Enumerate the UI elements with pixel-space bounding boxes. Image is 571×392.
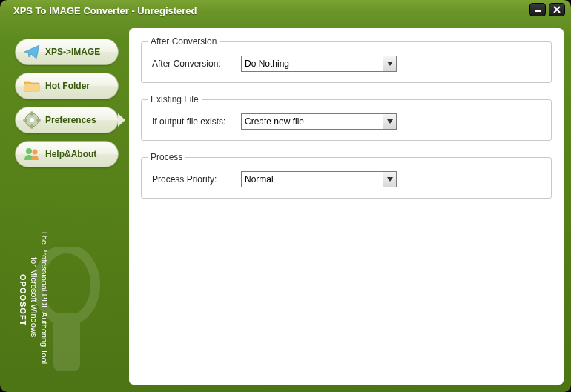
after-conversion-group: After Conversion After Conversion: Do No… [141, 41, 552, 83]
people-icon [23, 145, 41, 163]
close-icon [553, 6, 561, 13]
sidebar-item-label: Preferences [45, 115, 96, 125]
field-label: Process Priority: [152, 174, 234, 185]
body-area: XPS->IMAGE Hot Folder Preferences Help&A… [4, 21, 567, 388]
minimize-button[interactable] [529, 3, 546, 16]
titlebar: XPS To IMAGE Converter - Unregistered [0, 0, 571, 21]
svg-rect-6 [24, 119, 27, 121]
gear-icon [23, 111, 41, 129]
sidebar: XPS->IMAGE Hot Folder Preferences Help&A… [4, 21, 129, 388]
tagline-line1: The Professional PDF Authoring Tool [39, 216, 50, 379]
field-row: Process Priority: Normal [152, 171, 541, 187]
svg-rect-5 [31, 125, 33, 128]
brand-name: OPOOSOFT [18, 222, 28, 379]
app-window: XPS To IMAGE Converter - Unregistered XP… [0, 0, 571, 392]
select-value: Do Nothing [241, 56, 397, 72]
select-value: Create new file [241, 113, 397, 130]
process-priority-select[interactable]: Normal [241, 171, 397, 187]
field-row: After Conversion: Do Nothing [152, 56, 541, 72]
group-legend: Existing File [148, 94, 202, 104]
field-row: If output file exists: Create new file [152, 113, 541, 130]
group-legend: Process [148, 152, 185, 162]
select-value: Normal [241, 171, 397, 187]
sidebar-item-label: Help&About [45, 149, 96, 159]
field-label: If output file exists: [152, 116, 234, 127]
content-panel: After Conversion After Conversion: Do No… [129, 28, 564, 385]
after-conversion-select[interactable]: Do Nothing [241, 56, 397, 72]
svg-point-3 [30, 118, 34, 122]
sidebar-item-xps-image[interactable]: XPS->IMAGE [15, 39, 119, 65]
svg-rect-4 [31, 112, 33, 115]
existing-file-group: Existing File If output file exists: Cre… [141, 99, 552, 141]
existing-file-select[interactable]: Create new file [241, 113, 397, 130]
sidebar-item-hot-folder[interactable]: Hot Folder [15, 73, 119, 99]
sidebar-item-preferences[interactable]: Preferences [15, 107, 119, 133]
svg-point-9 [33, 150, 38, 155]
sidebar-item-help-about[interactable]: Help&About [15, 141, 119, 167]
group-legend: After Conversion [148, 36, 220, 47]
process-group: Process Process Priority: Normal [141, 157, 552, 199]
sidebar-tagline: The Professional PDF Authoring Tool for … [18, 216, 50, 379]
title-controls [529, 3, 565, 16]
window-title: XPS To IMAGE Converter - Unregistered [13, 5, 197, 16]
minimize-icon [534, 7, 541, 13]
sidebar-item-label: XPS->IMAGE [45, 47, 100, 57]
close-button[interactable] [549, 3, 565, 16]
folder-icon [23, 77, 41, 95]
svg-rect-11 [53, 313, 80, 371]
field-label: After Conversion: [152, 59, 234, 69]
svg-rect-1 [24, 84, 39, 91]
svg-rect-7 [37, 119, 40, 121]
tagline-line2: for Microsoft Windows [28, 216, 39, 379]
svg-point-8 [26, 148, 32, 154]
sidebar-item-label: Hot Folder [45, 81, 90, 91]
paper-plane-icon [23, 43, 41, 61]
svg-rect-0 [535, 10, 541, 12]
